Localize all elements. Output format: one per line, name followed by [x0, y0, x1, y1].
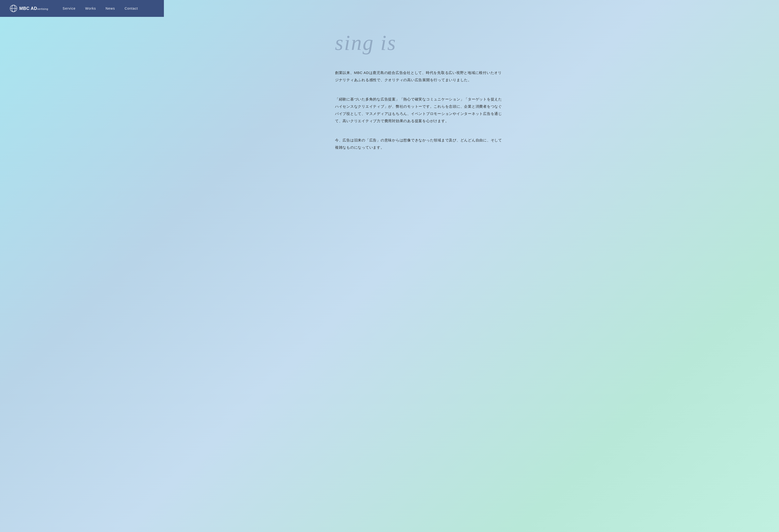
logo-icon: [10, 5, 17, 12]
nav-item-contact[interactable]: Contact: [125, 6, 138, 11]
logo-link[interactable]: MBC ADvertising: [10, 5, 48, 12]
nav-link-news[interactable]: News: [106, 6, 115, 10]
nav-item-news[interactable]: News: [106, 6, 115, 11]
intro-text: 創業以来、MBC ADは鹿児島の総合広告会社として、時代を先取る広い視野と地域に…: [335, 69, 504, 84]
main-content: sing is 創業以来、MBC ADは鹿児島の総合広告会社として、時代を先取る…: [335, 17, 504, 180]
nav-link-contact[interactable]: Contact: [125, 6, 138, 10]
main-navigation: MBC ADvertising Service Works News Conta…: [0, 0, 164, 17]
logo-text: MBC ADvertising: [19, 6, 48, 11]
hero-text: sing is: [335, 31, 504, 55]
vision-section: 今、広告は旧来の「広告」の意味からは想像できなかった領域まで及び、どんどん自由に…: [335, 137, 504, 151]
nav-link-works[interactable]: Works: [85, 6, 96, 10]
motto-text: 「経験に基づいた多角的な広告提案」「熱心で確実なコミュニケーション」「ターゲット…: [335, 96, 504, 125]
motto-section: 「経験に基づいた多角的な広告提案」「熱心で確実なコミュニケーション」「ターゲット…: [335, 96, 504, 125]
vision-text: 今、広告は旧来の「広告」の意味からは想像できなかった領域まで及び、どんどん自由に…: [335, 137, 504, 151]
nav-link-service[interactable]: Service: [63, 6, 76, 10]
nav-item-works[interactable]: Works: [85, 6, 96, 11]
nav-item-service[interactable]: Service: [63, 6, 76, 11]
intro-section: 創業以来、MBC ADは鹿児島の総合広告会社として、時代を先取る広い視野と地域に…: [335, 69, 504, 84]
nav-links: Service Works News Contact: [63, 6, 138, 11]
